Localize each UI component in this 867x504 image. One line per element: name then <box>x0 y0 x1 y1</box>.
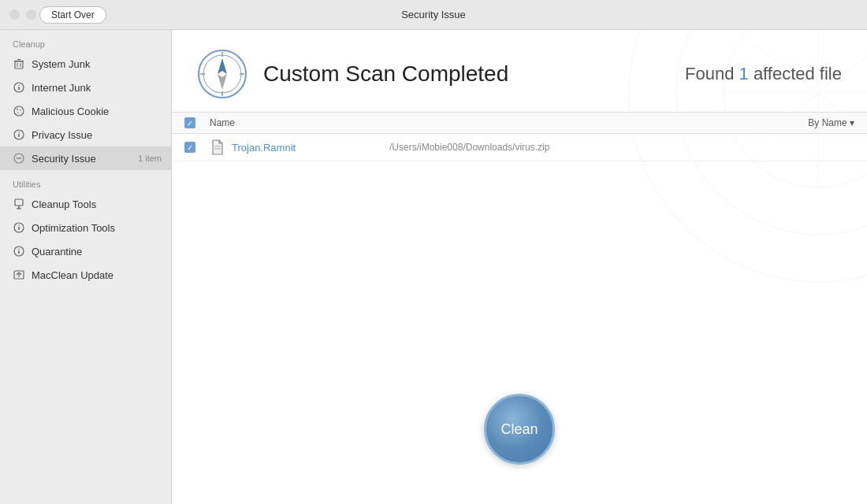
sidebar-item-quarantine-label: Quarantine <box>32 246 82 258</box>
sidebar-item-security-issue-label: Security Issue <box>32 153 96 165</box>
file-name[interactable]: Trojan.Ramnit <box>232 142 374 154</box>
trash-icon <box>13 57 25 70</box>
quarantine-icon <box>13 245 25 258</box>
table-col-name: Name <box>210 117 808 128</box>
svg-point-22 <box>18 224 20 226</box>
table-header: Name By Name ▾ <box>172 113 867 134</box>
titlebar: Start Over Security Issue <box>0 0 867 30</box>
file-path: /Users/iMobie008/Downloads/virus.zip <box>389 142 549 153</box>
sidebar-item-internet-junk[interactable]: Internet Junk <box>0 76 171 99</box>
minimize-button[interactable] <box>26 9 36 20</box>
header-checkbox[interactable] <box>184 117 195 128</box>
found-suffix: affected file <box>749 64 842 83</box>
scan-info: Custom Scan Completed <box>197 49 508 99</box>
found-count: 1 <box>739 64 749 83</box>
sidebar-item-privacy-issue-label: Privacy Issue <box>32 129 92 141</box>
svg-point-7 <box>18 84 20 86</box>
start-over-container: Start Over <box>39 6 106 24</box>
sidebar-item-quarantine[interactable]: Quarantine <box>0 239 171 263</box>
cookie-icon <box>13 105 25 117</box>
start-over-button[interactable]: Start Over <box>39 6 106 24</box>
sidebar-section-utilities: Utilities <box>0 170 171 192</box>
compass-icon <box>197 49 247 99</box>
sidebar-item-system-junk[interactable]: System Junk <box>0 52 171 76</box>
sidebar-item-optimization-tools[interactable]: Optimization Tools <box>0 216 171 239</box>
sidebar-item-security-issue[interactable]: Security Issue 1 item <box>0 146 171 170</box>
sidebar-item-malicious-cookie-label: Malicious Cookie <box>32 106 109 117</box>
shield-icon <box>13 152 25 165</box>
table-row: Trojan.Ramnit /Users/iMobie008/Downloads… <box>172 134 867 161</box>
sidebar-item-cleanup-tools-label: Cleanup Tools <box>32 198 96 210</box>
svg-point-10 <box>20 109 21 111</box>
file-icon <box>210 139 225 155</box>
row-checkbox[interactable] <box>184 142 195 153</box>
sidebar-item-system-junk-label: System Junk <box>32 58 90 70</box>
table-sort-button[interactable]: By Name ▾ <box>808 117 854 128</box>
sidebar-item-macclean-update[interactable]: MacClean Update <box>0 263 171 287</box>
security-issue-badge: 1 item <box>138 154 162 163</box>
info-circle-icon <box>13 81 25 94</box>
scan-title: Custom Scan Completed <box>263 61 508 87</box>
svg-rect-0 <box>15 61 23 69</box>
close-button[interactable] <box>9 9 20 20</box>
optimization-icon <box>13 221 25 234</box>
svg-point-25 <box>18 248 20 250</box>
broom-icon <box>13 198 25 210</box>
svg-rect-17 <box>15 199 23 206</box>
svg-point-14 <box>18 132 20 133</box>
main-layout: Cleanup System Junk Internet Junk <box>0 30 867 504</box>
svg-point-35 <box>199 50 246 98</box>
found-prefix: Found <box>685 64 739 83</box>
content-area: Custom Scan Completed Found 1 affected f… <box>172 30 867 504</box>
header-checkbox-container <box>184 117 203 128</box>
sidebar-section-cleanup: Cleanup <box>0 30 171 52</box>
found-info: Found 1 affected file <box>685 64 842 84</box>
sidebar-item-macclean-update-label: MacClean Update <box>32 269 113 281</box>
svg-point-11 <box>17 112 19 113</box>
sidebar: Cleanup System Junk Internet Junk <box>0 30 172 504</box>
svg-point-8 <box>14 106 24 116</box>
sidebar-item-privacy-issue[interactable]: Privacy Issue <box>0 123 171 146</box>
privacy-icon <box>13 128 25 141</box>
sidebar-item-malicious-cookie[interactable]: Malicious Cookie <box>0 99 171 123</box>
svg-point-9 <box>17 109 18 110</box>
window-title: Security Issue <box>401 9 466 20</box>
update-icon <box>13 269 25 281</box>
row-checkbox-container <box>184 142 203 153</box>
sidebar-item-optimization-tools-label: Optimization Tools <box>32 222 115 234</box>
clean-button-container: Clean <box>172 362 867 504</box>
content-header: Custom Scan Completed Found 1 affected f… <box>172 30 867 112</box>
sidebar-item-internet-junk-label: Internet Junk <box>32 82 91 94</box>
clean-button[interactable]: Clean <box>484 394 555 465</box>
results-table: Name By Name ▾ Trojan.Ramnit /Users/iMob <box>172 112 867 362</box>
sidebar-item-cleanup-tools[interactable]: Cleanup Tools <box>0 192 171 216</box>
